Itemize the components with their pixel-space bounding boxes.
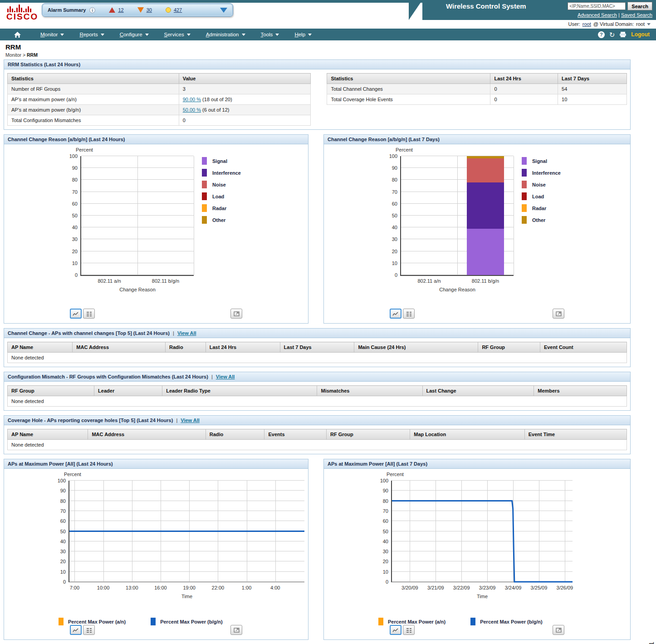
stat-value: 0: [490, 94, 558, 105]
legend-item: Interference: [202, 169, 241, 177]
menu-services[interactable]: Services: [164, 32, 191, 37]
menu-help[interactable]: Help: [294, 32, 312, 37]
user-link[interactable]: root: [583, 21, 591, 27]
menu-configure[interactable]: Configure: [120, 32, 149, 37]
virtual-domain-dropdown-icon[interactable]: [647, 23, 651, 25]
maximize-button[interactable]: [230, 309, 242, 319]
navbar: Monitor Reports Configure Services Admin…: [0, 29, 656, 40]
y-tick-label: 10: [62, 261, 78, 266]
y-tick-label: 10: [373, 569, 388, 575]
legend-item: Percent Max Power (b/g/n): [151, 618, 223, 625]
maximize-button[interactable]: [553, 625, 564, 635]
maximize-button[interactable]: [553, 309, 564, 319]
chevron-down-icon: [187, 34, 191, 36]
alarm-dropdown-icon[interactable]: [220, 8, 227, 13]
max-power-bgn-link[interactable]: 50.00 %: [183, 107, 201, 113]
column-header: Event Time: [524, 429, 627, 440]
legend-item: Interference: [522, 169, 561, 177]
stat-suffix: (6 out of 12): [202, 107, 229, 113]
virtual-domain-label: @ Virtual Domain:: [593, 21, 634, 27]
panel-header: APs at Maximum Power [All] (Last 24 Hour…: [4, 459, 308, 469]
title-separator: |: [211, 374, 213, 379]
print-icon[interactable]: [619, 31, 627, 38]
legend-label: Noise: [532, 182, 546, 187]
major-alarm-count[interactable]: 30: [147, 7, 152, 13]
x-category-label: 802.11 a/n: [98, 278, 121, 284]
chart-toolbar: [4, 625, 308, 639]
legend-label: Load: [212, 194, 224, 199]
home-button[interactable]: [14, 31, 21, 38]
stat-value: 0: [179, 115, 311, 126]
search-button[interactable]: Search: [627, 2, 652, 10]
critical-alarm-count[interactable]: 12: [118, 7, 123, 13]
chevron-down-icon: [275, 34, 279, 36]
legend-item: Signal: [522, 157, 561, 165]
x-tick-label: 10:00: [97, 585, 110, 590]
legend-swatch: [59, 618, 64, 625]
logout-button[interactable]: Logout: [631, 31, 650, 38]
view-all-link[interactable]: View All: [181, 418, 200, 423]
chart-view-button[interactable]: [70, 309, 82, 319]
menu-administration[interactable]: Administration: [206, 32, 245, 37]
legend-item: Radar: [522, 204, 561, 212]
y-tick-label: 60: [382, 201, 397, 206]
column-header: RF Group: [478, 342, 540, 353]
legend-item: Load: [522, 192, 561, 200]
gridline: [194, 156, 194, 275]
view-all-link[interactable]: View All: [177, 330, 196, 336]
bar-segment: [467, 229, 504, 275]
menu-reports[interactable]: Reports: [79, 32, 104, 37]
maximize-button[interactable]: [230, 625, 242, 635]
bar-segment: [467, 182, 504, 229]
legend-label: Radar: [532, 206, 546, 211]
y-tick-label: 80: [50, 498, 66, 504]
stat-value: 10: [558, 94, 627, 105]
maximize-icon: [234, 311, 240, 316]
saved-search-link[interactable]: Saved Search: [621, 12, 652, 18]
y-tick-label: 70: [62, 189, 78, 195]
legend-swatch: [470, 618, 475, 625]
y-tick-label: 40: [373, 539, 388, 544]
menu-tools[interactable]: Tools: [261, 32, 279, 37]
menu-monitor[interactable]: Monitor: [40, 32, 64, 37]
legend-swatch: [522, 192, 527, 200]
aps-max-power-7d-panel: APs at Maximum Power [All] (Last 7 Days)…: [323, 459, 631, 640]
max-power-an-link[interactable]: 90.00 %: [183, 97, 201, 102]
cisco-logo: CISCO: [6, 5, 38, 21]
column-header: Main Cause (24 Hrs): [354, 342, 478, 353]
table-view-button[interactable]: [403, 309, 415, 319]
table-view-button[interactable]: [403, 625, 415, 635]
chart-view-button[interactable]: [390, 309, 401, 319]
plot-area: Percent01020304050607080901003/20/093/21…: [391, 481, 573, 582]
table-view-button[interactable]: [83, 625, 95, 635]
legend-swatch: [202, 181, 207, 188]
view-all-link[interactable]: View All: [216, 374, 235, 379]
rrm-statistics-panel: RRM Statistics (Last 24 Hours) Statistic…: [4, 59, 631, 130]
chevron-down-icon: [308, 34, 312, 36]
breadcrumb-parent[interactable]: Monitor: [5, 52, 21, 58]
y-tick-label: 20: [62, 249, 78, 254]
refresh-icon[interactable]: ↻: [609, 31, 615, 38]
bar-segment: [467, 158, 504, 182]
plot-area: Percent0102030405060708090100802.11 a/n8…: [80, 156, 194, 276]
y-tick-label: 60: [50, 518, 66, 524]
advanced-search-link[interactable]: Advanced Search: [578, 12, 617, 18]
bar-chart: Percent0102030405060708090100802.11 a/n8…: [324, 156, 630, 309]
chart-view-button[interactable]: [70, 625, 82, 635]
critical-alarm-group: 12: [109, 7, 123, 13]
x-axis-label: Time: [181, 594, 192, 599]
stat-value: 50.00 % (6 out of 12): [179, 105, 311, 115]
x-category-label: 802.11 b/g/n: [472, 278, 499, 284]
minor-alarm-count[interactable]: 427: [174, 7, 182, 13]
table-view-button[interactable]: [83, 309, 95, 319]
channel-change-panel: Channel Change - APs with channel change…: [4, 328, 631, 367]
table-row: None detected: [8, 440, 627, 450]
help-icon[interactable]: ?: [598, 31, 605, 38]
column-header: Last Change: [422, 386, 534, 396]
search-input[interactable]: [568, 2, 626, 10]
y-tick-label: 60: [373, 518, 388, 524]
column-header: Leader: [94, 386, 162, 396]
y-tick-label: 90: [382, 165, 397, 171]
chart-view-button[interactable]: [390, 625, 401, 635]
y-tick-label: 100: [50, 478, 66, 483]
